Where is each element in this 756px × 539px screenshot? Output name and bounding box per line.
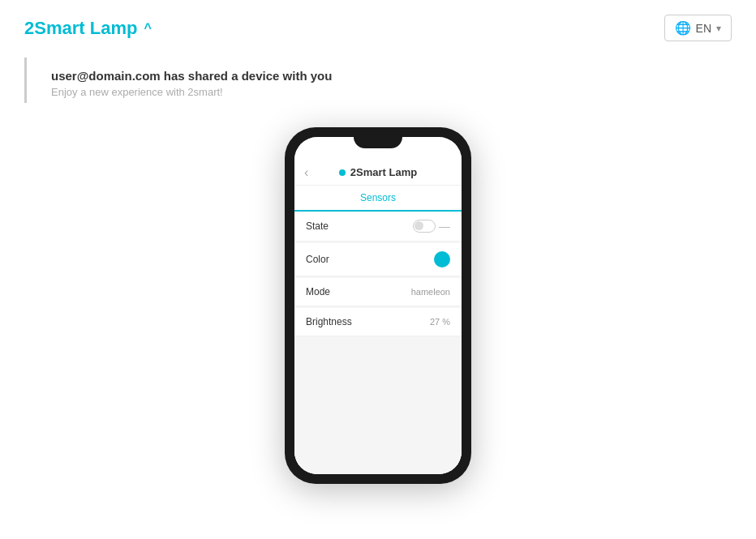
state-row: State — (294, 212, 462, 242)
app-title-row: 2Smart Lamp (339, 166, 417, 178)
language-selector[interactable]: 🌐 EN ▾ (664, 15, 732, 41)
back-button[interactable]: ‹ (304, 165, 308, 180)
color-row: Color (294, 243, 462, 276)
main-content: ‹ 2Smart Lamp Sensors State (0, 111, 756, 508)
app-name-label: 2Smart Lamp (350, 166, 417, 178)
brightness-value: 27 % (430, 317, 450, 327)
color-circle[interactable] (434, 251, 450, 267)
phone-mockup: ‹ 2Smart Lamp Sensors State (285, 127, 471, 484)
mode-label: Mode (306, 286, 330, 297)
chevron-down-icon: ▾ (716, 23, 721, 34)
chevron-up-icon[interactable]: ^ (144, 21, 151, 36)
mode-value: hameleon (411, 287, 450, 297)
notification-title: user@domain.com has shared a device with… (51, 69, 707, 83)
brightness-label: Brightness (306, 316, 352, 327)
header: 2Smart Lamp ^ 🌐 EN ▾ (0, 0, 756, 49)
phone-notch (354, 137, 402, 148)
notification-bar: user@domain.com has shared a device with… (24, 58, 732, 103)
state-label: State (306, 220, 329, 232)
phone-screen-inner: ‹ 2Smart Lamp Sensors State (294, 137, 462, 474)
app-title: 2Smart Lamp ^ (24, 18, 152, 39)
state-control[interactable]: — (413, 220, 450, 233)
notification-subtitle: Enjoy a new experience with 2smart! (51, 86, 707, 98)
app-header: ‹ 2Smart Lamp (294, 160, 462, 186)
status-dot (339, 169, 346, 176)
phone-top-bar (294, 137, 462, 160)
toggle-knob (415, 221, 423, 230)
mode-row: Mode hameleon (294, 278, 462, 306)
minus-icon: — (439, 220, 450, 233)
app-tabs: Sensors (294, 186, 462, 212)
title-text: 2Smart Lamp (24, 18, 137, 39)
sensor-list: State — Color (294, 212, 462, 343)
lang-label: EN (696, 22, 711, 35)
phone-bottom-area (294, 343, 462, 474)
sensors-tab[interactable]: Sensors (294, 186, 462, 212)
color-label: Color (306, 254, 329, 265)
brightness-row: Brightness 27 % (294, 308, 462, 336)
toggle-switch[interactable] (413, 220, 436, 233)
phone-app-screen: ‹ 2Smart Lamp Sensors State (294, 160, 462, 474)
globe-icon: 🌐 (675, 20, 691, 36)
